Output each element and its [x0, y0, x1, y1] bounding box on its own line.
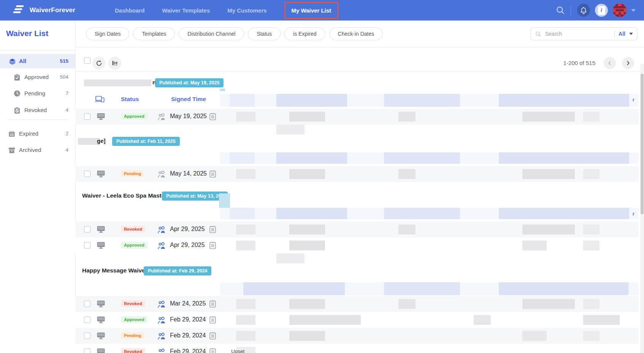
row-checkbox[interactable] [84, 332, 90, 339]
filter-chip-is-expired[interactable]: is Expired [284, 27, 325, 40]
document-icon[interactable] [209, 170, 216, 179]
document-icon[interactable] [209, 300, 216, 309]
redacted-block [384, 208, 460, 219]
status-badge: Pending [121, 332, 144, 339]
redacted-block [236, 315, 255, 325]
redacted-block [276, 94, 347, 107]
main-area: Sign DatesTemplatesDistribution ChannelS… [75, 21, 644, 353]
redacted-block [384, 94, 460, 107]
row-checkbox[interactable] [84, 226, 90, 233]
search-icon[interactable] [555, 5, 565, 15]
redacted-block [384, 152, 460, 164]
filter-chip-status[interactable]: Status [248, 27, 281, 40]
participants-icon[interactable] [157, 317, 166, 325]
brand[interactable]: WaiverForever [11, 0, 75, 21]
redacted-block [289, 241, 325, 250]
document-icon[interactable] [209, 241, 216, 251]
status-badge: Revoked [121, 300, 145, 307]
columns-settings-button[interactable] [108, 57, 121, 70]
waiver-row: RevokedMar 24, 2025 [75, 296, 639, 312]
brand-name: WaiverForever [30, 6, 75, 14]
app-root: WaiverForever DashboardWaiver TemplatesM… [0, 0, 644, 353]
search-scope-select[interactable]: All [619, 31, 625, 37]
select-all-checkbox[interactable] [84, 57, 90, 64]
redacted-block [583, 315, 620, 325]
nav-my-customers[interactable]: My Customers [227, 7, 266, 14]
signed-device-monitor-icon [97, 113, 105, 122]
notifications-bell-icon[interactable] [577, 4, 590, 17]
redacted-block [583, 241, 600, 250]
vertical-scrollbar[interactable] [640, 64, 644, 353]
document-icon[interactable] [209, 332, 216, 341]
info-note-glyph: i [598, 6, 605, 15]
sidebar-item-pending[interactable]: Pending7 [0, 86, 75, 101]
redacted-block [583, 331, 600, 341]
divider [614, 30, 615, 37]
previous-page-button[interactable] [604, 57, 616, 69]
participants-icon[interactable] [157, 242, 166, 251]
row-checkbox[interactable] [84, 301, 90, 307]
sidebar-item-all[interactable]: All515 [0, 54, 75, 68]
redacted-block [499, 282, 628, 295]
row-checkbox[interactable] [84, 242, 90, 249]
document-icon[interactable] [209, 225, 216, 235]
nav-waiver-templates[interactable]: Waiver Templates [162, 7, 210, 14]
participants-icon[interactable] [157, 226, 166, 235]
search-input[interactable] [544, 30, 611, 37]
participants-icon[interactable] [157, 301, 166, 309]
redacted-block [230, 94, 255, 107]
row-checkbox[interactable] [84, 348, 90, 353]
scrollbar-thumb[interactable] [641, 74, 644, 214]
participants-icon[interactable] [157, 348, 166, 353]
filter-chip-check-in-dates[interactable]: Check-in Dates [329, 27, 383, 40]
redacted-block [243, 282, 345, 295]
refresh-button[interactable] [92, 57, 105, 70]
nav-dashboard[interactable]: Dashboard [115, 7, 144, 14]
table-header-row [75, 152, 639, 164]
redacted-block [398, 299, 416, 309]
next-page-button[interactable] [622, 57, 634, 69]
redacted-block [522, 112, 575, 122]
signed-device-monitor-icon [97, 226, 105, 234]
filter-chip-sign-dates[interactable]: Sign Dates [86, 27, 129, 40]
redacted-block [289, 299, 325, 309]
group-title: Waiver - Leela Eco Spa Master [82, 192, 167, 199]
nav-my-waiver-list[interactable]: My Waiver List [284, 2, 338, 19]
sidebar-item-count: 504 [60, 74, 68, 80]
row-checkbox[interactable] [84, 317, 90, 323]
help-info-icon[interactable]: i [595, 4, 608, 17]
row-checkbox[interactable] [84, 171, 90, 177]
waiver-row: PendingFeb 29, 2024 [75, 328, 639, 344]
redacted-block [220, 89, 225, 91]
sidebar-item-label: Revoked [24, 107, 47, 113]
signed-time-value: Feb 29, 2024 [170, 348, 206, 353]
sidebar-item-expired[interactable]: 0Expired2 [0, 127, 75, 141]
chevron-down-icon[interactable] [631, 9, 636, 12]
sidebar-item-approved[interactable]: Approved504 [0, 70, 75, 84]
sidebar-item-label: Approved [24, 74, 49, 80]
chevron-down-icon[interactable] [629, 33, 633, 35]
sidebar-item-label: Expired [19, 130, 38, 137]
document-icon[interactable] [209, 316, 216, 325]
sidebar-item-revoked[interactable]: Revoked4 [0, 103, 75, 117]
published-at-badge: Published at: May 13, 202 [162, 192, 228, 201]
redacted-block [289, 112, 325, 122]
participants-icon[interactable] [157, 113, 166, 122]
sidebar-item-archived[interactable]: Archived4 [0, 143, 75, 157]
signed-time-value: May 14, 2025 [170, 170, 207, 177]
participants-icon[interactable] [157, 171, 166, 179]
redacted-block [499, 152, 629, 164]
waiver-list-content: nPublished at: May 19, 2025StatusSigned … [75, 71, 644, 353]
list-toolbar: 1-200 of 515 [75, 47, 644, 71]
document-icon[interactable] [209, 112, 216, 122]
row-checkbox[interactable] [84, 113, 90, 120]
redacted-block [583, 169, 600, 179]
redacted-title-block [84, 79, 151, 86]
document-icon[interactable] [209, 348, 216, 353]
user-avatar[interactable] [613, 3, 627, 17]
filter-chip-templates[interactable]: Templates [133, 27, 175, 40]
filter-chip-distribution-channel[interactable]: Distribution Channel [179, 27, 244, 40]
group-title-row: Happy Message WaiverPublished at: Feb 29… [75, 266, 639, 276]
redacted-block [219, 193, 230, 208]
participants-icon[interactable] [157, 332, 166, 341]
